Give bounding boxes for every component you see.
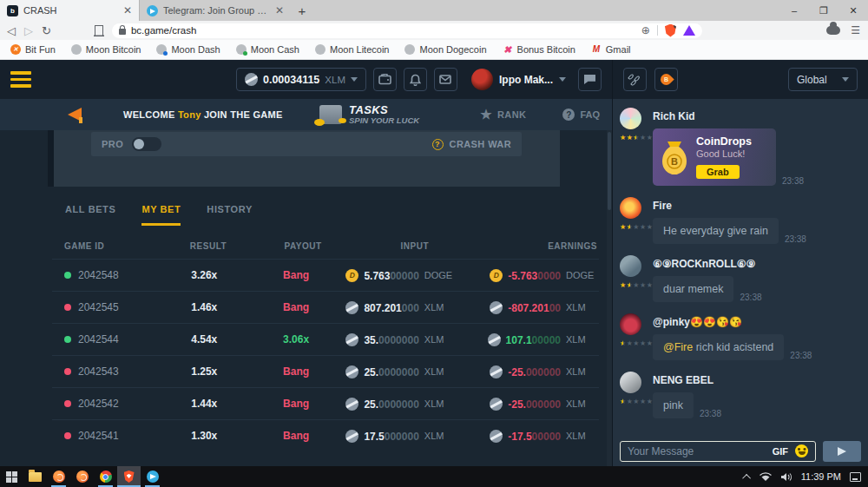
notifications-button[interactable] (404, 68, 427, 91)
bookmark-moon-bitcoin[interactable]: Moon Bitcoin (71, 44, 141, 55)
user-name: Ippo Mak... (499, 74, 553, 86)
coindrop-button[interactable]: B (654, 68, 678, 91)
chevron-down-icon (559, 77, 566, 82)
xlm-coin-icon (490, 365, 503, 378)
tab-my-bet[interactable]: MY BET (141, 204, 181, 226)
chat-username[interactable]: @pinky😍😍😘😘 (653, 316, 861, 328)
status-dot-loss (64, 432, 71, 439)
new-tab-button[interactable]: + (291, 0, 313, 21)
chat-message: ★★★★★★★★★★ Rich Kid B (620, 108, 861, 186)
user-menu[interactable]: Ippo Mak... (471, 69, 566, 90)
chat-input-box[interactable]: GIF (620, 441, 816, 462)
table-row[interactable]: 2042544 4.54x 3.06x 35.0000000XLM 107.10… (52, 323, 599, 355)
scrollbar[interactable] (607, 130, 612, 466)
message-input[interactable] (628, 445, 766, 457)
chat-username[interactable]: Rich Kid (653, 110, 861, 122)
chat-username[interactable]: Fire (653, 200, 861, 212)
question-icon: ? (562, 109, 575, 121)
col-input: INPUT (354, 241, 453, 251)
file-explorer-button[interactable] (23, 466, 47, 487)
extension-triangle-icon[interactable] (683, 25, 695, 36)
tab-history[interactable]: HISTORY (207, 204, 253, 226)
gift-box-icon (319, 105, 342, 124)
rank-link[interactable]: ★RANK (480, 107, 526, 122)
pro-toggle[interactable] (132, 137, 161, 151)
chevron-down-icon (351, 77, 358, 82)
back-icon[interactable]: ◁ (7, 25, 16, 36)
chat-username[interactable]: NENG EBEL (653, 374, 861, 386)
chat-messages: ★★★★★★★★★★ Rich Kid B (613, 99, 868, 439)
sync-cloud-icon[interactable] (826, 26, 840, 35)
tab-all-bets[interactable]: ALL BETS (65, 204, 115, 226)
balance-selector[interactable]: 0.00034115 XLM (236, 68, 366, 91)
grab-button[interactable]: Grab (696, 165, 740, 179)
table-row[interactable]: 2042548 3.26x Bang D5.76300000DOGE D-5.7… (52, 259, 599, 291)
tab-telegram[interactable]: Telegram: Join Group Chat ✕ (139, 0, 291, 21)
shield-badge: 1 (674, 22, 681, 29)
emoji-button[interactable] (795, 444, 808, 457)
table-row[interactable]: 2042542 1.44x Bang 25.0000000XLM -25.000… (52, 387, 599, 419)
tasks-title: TASKS (349, 104, 419, 116)
telegram-button[interactable] (141, 466, 164, 487)
bookmark-bitfun[interactable]: ✕Bit Fun (10, 44, 56, 55)
brave-button[interactable] (117, 466, 141, 487)
bookmark-bonus-bitcoin[interactable]: ✖Bonus Bitcoin (503, 44, 575, 55)
doge-coin-icon: D (345, 269, 358, 282)
wifi-icon[interactable] (760, 472, 772, 482)
xlm-coin-icon (345, 333, 358, 346)
volume-icon[interactable] (780, 472, 792, 482)
tab-close-icon[interactable]: ✕ (275, 4, 284, 16)
bookmark-moon-cash[interactable]: Moon Cash (236, 44, 299, 55)
minimize-button[interactable]: – (779, 0, 809, 21)
bookmark-icon[interactable] (95, 25, 103, 36)
action-center-icon[interactable] (850, 472, 861, 482)
status-dot-loss (64, 304, 71, 311)
table-row[interactable]: 2042543 1.25x Bang 25.0000000XLM -25.000… (52, 355, 599, 387)
crash-content: PRO ? CRASH WAR ALL BETS MY BET HISTORY (0, 130, 612, 466)
rain-button[interactable] (623, 68, 647, 91)
bookmark-gmail[interactable]: MGmail (591, 44, 631, 55)
bookmark-moon-litecoin[interactable]: Moon Litecoin (315, 44, 390, 55)
address-bar[interactable]: bc.game/crash ⊕ 1 (112, 23, 702, 38)
tab-crash[interactable]: b CRASH ✕ (0, 0, 139, 21)
avatar (620, 255, 641, 277)
chat-message: ★★★★★★★★★★ NENG EBEL pink 23:38 (620, 372, 861, 418)
wallet-button[interactable] (373, 68, 397, 91)
reload-icon[interactable]: ↻ (42, 25, 51, 36)
forward-icon[interactable]: ▷ (24, 25, 33, 36)
brave-shield-icon[interactable]: 1 (665, 24, 676, 37)
app-button-orange-2[interactable] (70, 466, 94, 487)
gmail-icon: M (591, 44, 602, 55)
user-rating: ★★★★★★★★★★ (620, 135, 653, 141)
gif-button[interactable]: GIF (773, 446, 788, 457)
send-button[interactable] (823, 441, 861, 462)
bookmark-moon-dash[interactable]: Moon Dash (156, 44, 220, 55)
coindrop-title: CoinDrops (696, 135, 752, 148)
chat-username[interactable]: ⑥⑨ROCKnROLL⑥⑨ (653, 258, 861, 270)
browser-window: b CRASH ✕ Telegram: Join Group Chat ✕ + … (0, 0, 868, 487)
tray-expand-icon[interactable] (742, 473, 751, 482)
menu-hamburger-icon[interactable] (10, 71, 31, 88)
clock[interactable]: 11:39 PM (801, 471, 841, 482)
chat-toggle-button[interactable] (578, 68, 602, 91)
chrome-button[interactable] (94, 466, 117, 487)
faq-link[interactable]: ?FAQ (562, 109, 600, 121)
avatar (620, 108, 641, 129)
share-icon[interactable]: ⊕ (641, 24, 650, 36)
tab-title: CRASH (23, 5, 118, 16)
crash-war-link[interactable]: ? CRASH WAR (432, 139, 511, 150)
url-text[interactable]: bc.game/crash (131, 25, 636, 36)
table-row[interactable]: 2042541 1.30x Bang 17.5000000XLM -17.500… (52, 419, 599, 451)
bookmark-moon-dogecoin[interactable]: Moon Dogecoin (404, 44, 486, 55)
browser-menu-icon[interactable]: ☰ (851, 24, 861, 36)
tab-close-icon[interactable]: ✕ (123, 4, 132, 16)
close-button[interactable]: ✕ (838, 0, 868, 21)
start-button[interactable] (0, 466, 23, 487)
tasks-link[interactable]: TASKS SPIN YOUR LUCK (319, 104, 419, 126)
app-button-orange-1[interactable] (47, 466, 70, 487)
chat-channel-select[interactable]: Global (788, 68, 858, 91)
table-row[interactable]: 2042545 1.46x Bang 807.201000XLM -807.20… (52, 291, 599, 323)
maximize-button[interactable]: ❐ (809, 0, 838, 21)
fireball-icon: B (658, 71, 674, 87)
messages-button[interactable] (434, 68, 457, 91)
